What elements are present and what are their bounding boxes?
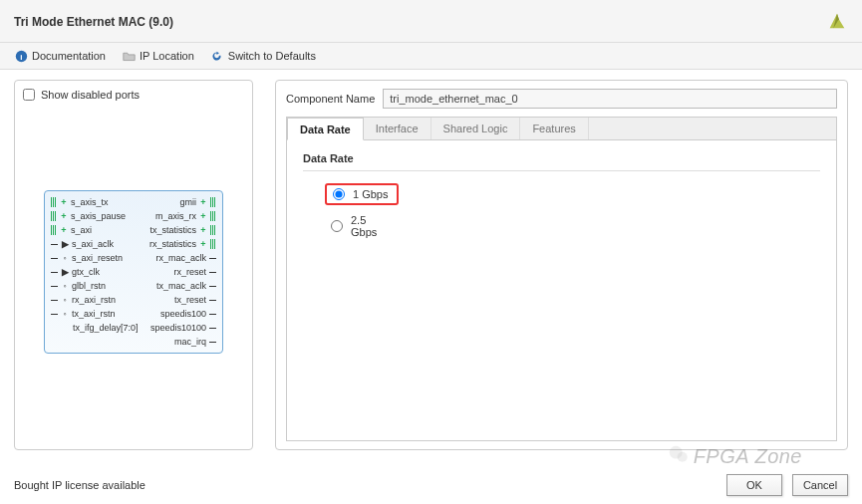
port-left: gtx_clk [72, 265, 100, 279]
port-right: tx_statistics [149, 223, 196, 237]
port-right: gmii [179, 195, 196, 209]
port-right: rx_mac_aclk [155, 251, 206, 265]
tab-content-data-rate: Data Rate 1 Gbps 2.5 Gbps [286, 140, 837, 441]
watermark: FPGA Zone [668, 443, 802, 470]
ip-location-link[interactable]: IP Location [122, 49, 194, 63]
window-title: Tri Mode Ethernet MAC (9.0) [14, 15, 173, 29]
port-left: rx_axi_rstn [72, 293, 116, 307]
documentation-link[interactable]: i Documentation [14, 49, 106, 63]
refresh-icon [210, 49, 224, 63]
port-right: speedis100 [160, 307, 206, 321]
component-name-row: Component Name [286, 89, 837, 109]
component-name-label: Component Name [286, 93, 375, 105]
port-left: glbl_rstn [72, 279, 106, 293]
main-area: Show disabled ports +s_axis_txgmii+ +s_a… [0, 70, 862, 460]
port-left: s_axis_pause [71, 209, 126, 223]
switch-defaults-label: Switch to Defaults [228, 50, 316, 62]
info-icon: i [14, 49, 28, 63]
documentation-label: Documentation [32, 50, 106, 62]
port-left: tx_axi_rstn [72, 307, 116, 321]
radio-1gbps[interactable]: 1 Gbps [325, 183, 399, 205]
data-rate-radio-group: 1 Gbps 2.5 Gbps [303, 183, 820, 241]
ip-location-label: IP Location [140, 50, 194, 62]
port-left: tx_ifg_delay[7:0] [73, 321, 139, 335]
folder-icon [122, 49, 136, 63]
tab-data-rate[interactable]: Data Rate [287, 118, 364, 140]
wechat-icon [668, 443, 690, 470]
svg-point-3 [677, 452, 687, 462]
show-disabled-ports-label: Show disabled ports [41, 89, 140, 101]
port-right: tx_reset [174, 293, 206, 307]
divider [303, 170, 820, 171]
ok-button[interactable]: OK [726, 474, 782, 496]
radio-1gbps-input[interactable] [333, 188, 345, 200]
toolbar: i Documentation IP Location Switch to De… [0, 43, 862, 70]
radio-2-5gbps-label: 2.5 Gbps [351, 214, 389, 238]
ip-block-symbol: +s_axis_txgmii+ +s_axis_pausem_axis_rx+ … [44, 190, 223, 354]
section-title: Data Rate [303, 152, 820, 164]
cancel-button[interactable]: Cancel [792, 474, 848, 496]
license-note: Bought IP license available [14, 479, 145, 491]
radio-2-5gbps-input[interactable] [331, 220, 343, 232]
show-disabled-ports-input[interactable] [23, 89, 35, 101]
port-right: rx_statistics [149, 237, 196, 251]
switch-defaults-link[interactable]: Switch to Defaults [210, 49, 316, 63]
port-left: s_axi_resetn [72, 251, 123, 265]
port-right: m_axis_rx [155, 209, 196, 223]
port-left: s_axis_tx [71, 195, 109, 209]
show-disabled-ports-checkbox[interactable]: Show disabled ports [23, 89, 244, 101]
config-panel: Component Name Data Rate Interface Share… [275, 80, 848, 450]
tab-features[interactable]: Features [520, 118, 588, 139]
tab-interface[interactable]: Interface [364, 118, 431, 139]
component-name-input[interactable] [383, 89, 837, 109]
port-left: s_axi [71, 223, 92, 237]
vendor-logo-icon [826, 10, 848, 34]
radio-2-5gbps[interactable]: 2.5 Gbps [325, 211, 395, 241]
block-diagram-panel: Show disabled ports +s_axis_txgmii+ +s_a… [14, 80, 253, 450]
tab-shared-logic[interactable]: Shared Logic [431, 118, 521, 139]
port-right: rx_reset [173, 265, 206, 279]
port-left: s_axi_aclk [72, 237, 114, 251]
port-right: mac_irq [174, 335, 206, 349]
config-tabs: Data Rate Interface Shared Logic Feature… [286, 117, 837, 140]
radio-1gbps-label: 1 Gbps [353, 188, 388, 200]
svg-text:i: i [20, 52, 22, 61]
port-right: tx_mac_aclk [156, 279, 206, 293]
port-right: speedis10100 [150, 321, 206, 335]
watermark-text: FPGA Zone [694, 445, 802, 468]
footer: Bought IP license available OK Cancel [14, 474, 848, 496]
window-header: Tri Mode Ethernet MAC (9.0) [0, 0, 862, 43]
dialog-buttons: OK Cancel [726, 474, 848, 496]
